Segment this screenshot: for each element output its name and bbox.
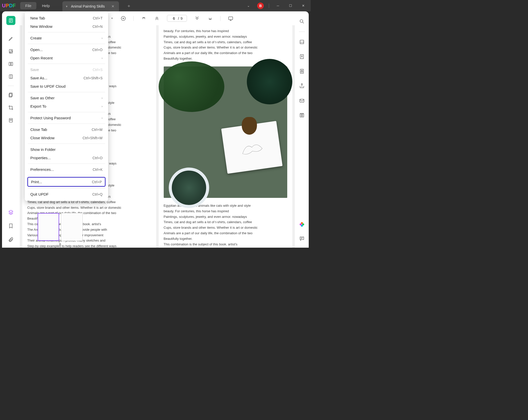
email-icon[interactable] bbox=[297, 96, 306, 105]
thumbnail-page-number: 6 bbox=[20, 242, 101, 246]
window-minimize-icon[interactable]: ─ bbox=[274, 2, 282, 10]
svg-rect-2 bbox=[9, 62, 11, 66]
ocr-pages-icon[interactable] bbox=[6, 90, 15, 100]
convert-icon[interactable] bbox=[297, 52, 306, 61]
document-image bbox=[164, 66, 287, 198]
page-indicator[interactable]: / 9 bbox=[167, 15, 187, 22]
page-right: beauty. For centuries, this horse has in… bbox=[159, 25, 293, 248]
prev-page-icon[interactable] bbox=[154, 15, 160, 21]
window-close-icon[interactable]: ✕ bbox=[299, 2, 307, 10]
comment-icon[interactable] bbox=[297, 234, 306, 243]
zoom-dropdown-icon[interactable]: ▼ bbox=[111, 17, 113, 20]
svg-rect-11 bbox=[229, 17, 233, 19]
search-icon[interactable] bbox=[297, 17, 306, 26]
crop-tool-icon[interactable] bbox=[6, 103, 15, 112]
tab-title: Animal Painting Skills bbox=[71, 4, 105, 8]
svg-point-25 bbox=[300, 223, 302, 225]
tab-close-icon[interactable]: ✕ bbox=[110, 4, 116, 9]
last-page-icon[interactable] bbox=[207, 15, 213, 21]
new-tab-button[interactable]: ＋ bbox=[124, 2, 134, 10]
menu-preferences[interactable]: Preferences...Ctrl+K bbox=[25, 165, 108, 174]
total-pages: 9 bbox=[181, 16, 183, 20]
tab-arrow-icon: ▼ bbox=[65, 5, 68, 8]
menu-save-other[interactable]: Save as Other› bbox=[25, 94, 108, 102]
svg-rect-8 bbox=[10, 120, 12, 120]
current-page-input[interactable] bbox=[171, 16, 176, 20]
menu-create[interactable]: Create› bbox=[25, 34, 108, 42]
ocr-icon[interactable]: OCR bbox=[297, 37, 306, 46]
layers-icon[interactable] bbox=[6, 208, 15, 217]
svg-rect-21 bbox=[301, 113, 303, 114]
zoom-in-icon[interactable] bbox=[120, 15, 126, 21]
menu-print[interactable]: Print...Ctrl+P bbox=[27, 177, 106, 187]
svg-rect-18 bbox=[300, 99, 304, 102]
organize-tool-icon[interactable] bbox=[6, 59, 15, 68]
chevron-right-icon: › bbox=[102, 116, 103, 120]
menu-close-tab[interactable]: Close TabCtrl+W bbox=[25, 125, 108, 134]
edit-tool-icon[interactable] bbox=[6, 47, 15, 56]
svg-rect-16 bbox=[300, 69, 303, 74]
svg-point-20 bbox=[301, 115, 303, 116]
chevron-right-icon: › bbox=[102, 36, 103, 40]
chevron-right-icon: › bbox=[102, 56, 103, 60]
tabs-dropdown-icon[interactable]: ⌄ bbox=[245, 2, 252, 10]
menu-new-tab[interactable]: New TabCtrl+T bbox=[25, 14, 108, 22]
menu-file[interactable]: File bbox=[20, 2, 36, 9]
svg-rect-3 bbox=[11, 62, 13, 66]
menu-save: SaveCtrl+S bbox=[25, 65, 108, 74]
menu-properties[interactable]: Properties...Ctrl+D bbox=[25, 154, 108, 162]
file-menu-dropdown: New TabCtrl+T New WindowCtrl+N Create› O… bbox=[25, 11, 108, 201]
menu-open-recent[interactable]: Open Recent› bbox=[25, 54, 108, 62]
highlight-tool-icon[interactable] bbox=[6, 34, 15, 43]
chevron-right-icon: › bbox=[102, 96, 103, 100]
menu-show-folder[interactable]: Show in Folder bbox=[25, 145, 108, 154]
fill-tool-icon[interactable] bbox=[6, 72, 15, 81]
reader-tool-icon[interactable] bbox=[6, 16, 15, 25]
chevron-right-icon: › bbox=[102, 105, 103, 108]
menu-quit[interactable]: Quit UPDFCtrl+Q bbox=[25, 190, 108, 198]
menu-export[interactable]: Export To› bbox=[25, 102, 108, 110]
menu-protect[interactable]: Protect Using Password› bbox=[25, 114, 108, 122]
redact-tool-icon[interactable] bbox=[6, 116, 15, 125]
thumbnail-pair[interactable] bbox=[20, 213, 101, 241]
document-tab[interactable]: ▼ Animal Painting Skills ✕ bbox=[62, 1, 119, 11]
share-icon[interactable] bbox=[297, 81, 306, 90]
menu-save-as[interactable]: Save As...Ctrl+Shift+S bbox=[25, 74, 108, 82]
protect-icon[interactable] bbox=[297, 67, 306, 76]
menu-open[interactable]: Open...Ctrl+O bbox=[25, 45, 108, 54]
svg-text:OCR: OCR bbox=[300, 41, 304, 43]
save-icon[interactable] bbox=[297, 111, 306, 120]
attachment-icon[interactable] bbox=[6, 235, 15, 244]
ai-assistant-icon[interactable] bbox=[297, 220, 306, 229]
app-logo: UPDF bbox=[0, 3, 18, 9]
presentation-icon[interactable] bbox=[228, 15, 234, 21]
menu-new-window[interactable]: New WindowCtrl+N bbox=[25, 22, 108, 31]
menu-save-cloud[interactable]: Save to UPDF Cloud bbox=[25, 82, 108, 90]
first-page-icon[interactable] bbox=[141, 15, 147, 21]
window-maximize-icon[interactable]: ☐ bbox=[287, 2, 294, 10]
next-page-icon[interactable] bbox=[194, 15, 200, 21]
menu-close-window[interactable]: Close WindowCtrl+Shift+W bbox=[25, 134, 108, 142]
user-avatar[interactable]: B bbox=[257, 3, 264, 9]
bookmark-icon[interactable] bbox=[6, 221, 15, 230]
menu-help[interactable]: Help bbox=[37, 2, 55, 9]
svg-point-12 bbox=[300, 20, 303, 22]
svg-rect-17 bbox=[301, 71, 303, 72]
